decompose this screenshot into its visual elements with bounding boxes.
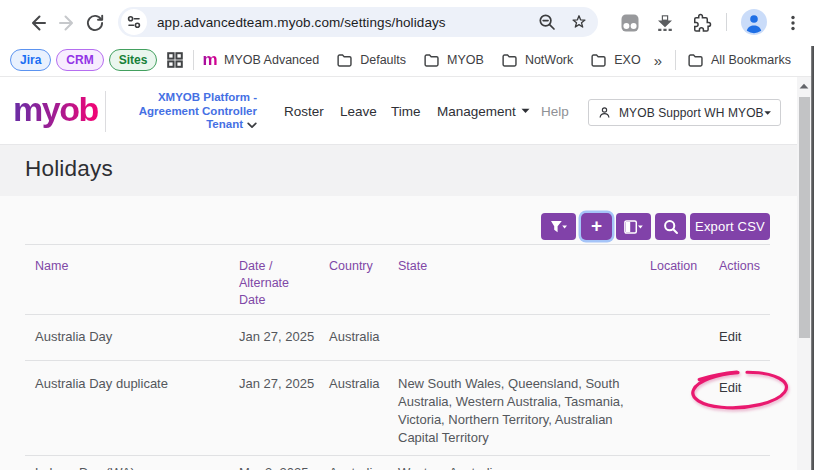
- nav-help[interactable]: Help: [541, 77, 569, 145]
- edit-link[interactable]: Edit: [709, 315, 770, 361]
- nav-label: Time: [391, 104, 421, 119]
- nav-label: Help: [541, 104, 569, 119]
- cell-country: Australia: [319, 456, 388, 470]
- nav-leave[interactable]: Leave: [340, 77, 377, 145]
- menu-kebab-icon[interactable]: [783, 13, 803, 33]
- columns-button[interactable]: [616, 213, 651, 240]
- column-header-country[interactable]: Country: [319, 245, 388, 315]
- star-glyph: [569, 12, 589, 32]
- cell-state: [388, 315, 640, 361]
- edit-link[interactable]: Edit: [709, 361, 770, 456]
- download-icon[interactable]: [655, 13, 675, 33]
- puzzle-glyph: [692, 13, 712, 33]
- tab-group-label: Sites: [119, 53, 148, 67]
- scrollbar-up-arrow[interactable]: [797, 77, 811, 94]
- bookmark-star-icon[interactable]: [569, 12, 589, 32]
- cell-date: Mar 3, 2025: [229, 456, 319, 470]
- bookmark-label: NotWork: [525, 53, 573, 67]
- nav-roster[interactable]: Roster: [284, 77, 324, 145]
- zoom-out-icon[interactable]: [537, 12, 557, 32]
- zoom-out-glyph: [537, 12, 557, 32]
- page-scrollbar[interactable]: [797, 77, 811, 470]
- bookmarks-bar: Jira CRM Sites m MYOB Advanced Defaults …: [0, 44, 814, 77]
- download-glyph: [655, 13, 675, 33]
- user-menu-button[interactable]: MYOB Support WH MYOB: [588, 99, 781, 126]
- all-bookmarks[interactable]: All Bookmarks: [687, 52, 791, 69]
- extensions-puzzle-icon[interactable]: [692, 13, 712, 33]
- folder-icon: [336, 52, 353, 69]
- nav-management[interactable]: Management: [437, 77, 530, 145]
- bookmark-folder-exo[interactable]: EXO: [590, 52, 640, 69]
- tenant-selector[interactable]: XMYOB Platform - Agreement Controller Te…: [130, 91, 257, 132]
- nav-time[interactable]: Time: [391, 77, 421, 145]
- myob-m-favicon: m: [202, 53, 217, 67]
- tab-group-jira[interactable]: Jira: [10, 49, 51, 71]
- cell-date: Jan 27, 2025: [229, 315, 319, 361]
- column-header-location[interactable]: Location: [640, 245, 709, 315]
- bookmark-label: MYOB Advanced: [224, 53, 319, 67]
- tab-group-crm[interactable]: CRM: [56, 49, 103, 71]
- reload-glyph: [85, 13, 105, 33]
- bookmark-label: MYOB: [447, 53, 484, 67]
- filter-funnel-icon: [550, 220, 568, 234]
- bookmarks-separator: [193, 50, 194, 70]
- holidays-table: Name Date / Alternate Date Country State…: [25, 244, 770, 470]
- header-divider: [105, 91, 106, 132]
- tab-group-label: CRM: [66, 53, 93, 67]
- tab-group-sites[interactable]: Sites: [109, 49, 158, 71]
- profile-avatar[interactable]: [741, 9, 767, 35]
- apps-grid-icon[interactable]: [165, 50, 185, 70]
- tune-glyph: [126, 14, 142, 30]
- cell-state: New South Wales, Queensland, South Austr…: [388, 361, 640, 456]
- reload-icon[interactable]: [85, 13, 105, 33]
- column-header-name[interactable]: Name: [25, 245, 229, 315]
- scrollbar-thumb[interactable]: [799, 97, 810, 338]
- filter-button[interactable]: [541, 213, 576, 240]
- bookmark-folder-notwork[interactable]: NotWork: [501, 52, 573, 69]
- add-holiday-button[interactable]: +: [581, 213, 612, 240]
- cell-name: Labour Day (WA): [25, 456, 229, 470]
- apps-grid-glyph: [165, 50, 185, 70]
- export-csv-button[interactable]: Export CSV: [690, 213, 770, 240]
- back-icon[interactable]: [28, 13, 48, 33]
- myob-logo[interactable]: myob: [13, 90, 98, 128]
- page-title: Holidays: [25, 156, 113, 182]
- bookmark-myob-advanced[interactable]: m MYOB Advanced: [202, 53, 319, 67]
- site-settings-icon[interactable]: [121, 9, 147, 35]
- forward-icon[interactable]: [57, 13, 77, 33]
- columns-icon: [624, 220, 643, 234]
- tab-group-label: Jira: [20, 53, 41, 67]
- edit-link[interactable]: Edit: [709, 456, 770, 470]
- page-title-band: Holidays: [0, 145, 800, 196]
- table-row: Australia Day duplicate Jan 27, 2025 Aus…: [25, 361, 770, 456]
- caret-down-icon: [521, 108, 530, 114]
- bookmarks-separator: [675, 50, 676, 70]
- bookmark-folder-defaults[interactable]: Defaults: [336, 52, 406, 69]
- nav-label: Management: [437, 104, 516, 119]
- column-header-date[interactable]: Date / Alternate Date: [229, 245, 319, 315]
- cell-location: [640, 361, 709, 456]
- back-arrow-glyph: [28, 13, 48, 33]
- folder-icon: [687, 52, 704, 69]
- search-icon: [663, 219, 679, 235]
- person-glyph: [741, 9, 767, 35]
- table-header-row: Name Date / Alternate Date Country State…: [25, 245, 770, 315]
- cell-name: Australia Day: [25, 315, 229, 361]
- bookmark-folder-myob[interactable]: MYOB: [423, 52, 484, 69]
- tenant-selector-label: XMYOB Platform - Agreement Controller Te…: [139, 91, 257, 130]
- column-header-actions[interactable]: Actions: [709, 245, 770, 315]
- browser-toolbar: app.advancedteam.myob.com/settings/holid…: [0, 0, 814, 44]
- cell-country: Australia: [319, 361, 388, 456]
- cell-location: [640, 456, 709, 470]
- caret-down-icon: [764, 110, 771, 116]
- search-button[interactable]: [655, 213, 686, 240]
- extension-tabs-icon[interactable]: [620, 13, 640, 33]
- bookmarks-overflow-chevron[interactable]: »: [654, 52, 662, 69]
- table-row: Australia Day Jan 27, 2025 Australia Edi…: [25, 315, 770, 361]
- cell-country: Australia: [319, 315, 388, 361]
- cell-state: Western Australia: [388, 456, 640, 470]
- address-bar[interactable]: app.advancedteam.myob.com/settings/holid…: [118, 7, 598, 37]
- url-text[interactable]: app.advancedteam.myob.com/settings/holid…: [157, 15, 537, 30]
- column-header-state[interactable]: State: [388, 245, 640, 315]
- web-page: myob XMYOB Platform - Agreement Controll…: [0, 77, 800, 470]
